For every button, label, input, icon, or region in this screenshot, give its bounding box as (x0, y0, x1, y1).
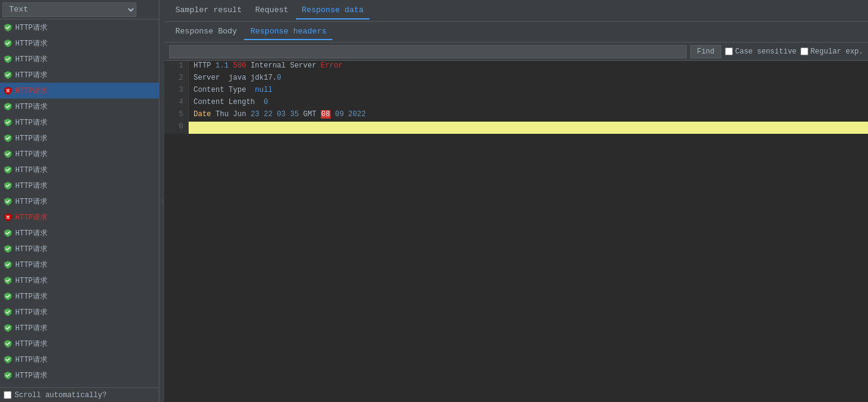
request-item-label: HTTP请求 (15, 86, 47, 96)
request-item-label: HTTP请求 (15, 260, 47, 270)
request-item[interactable]: HTTP请求 (0, 288, 159, 304)
shield-green-icon (4, 23, 12, 32)
sub-tab-response-body[interactable]: Response Body (169, 24, 243, 40)
code-token: Server java jdk17. (194, 74, 277, 82)
request-item-label: HTTP请求 (15, 102, 47, 112)
request-item[interactable]: HTTP请求 (0, 241, 159, 257)
code-token: GMT (299, 110, 321, 119)
request-item[interactable]: HTTP请求 (0, 162, 159, 178)
search-input[interactable] (169, 45, 687, 58)
top-tab-response-data[interactable]: Response data (296, 2, 369, 19)
shield-green-icon (4, 308, 12, 316)
format-dropdown[interactable]: Text HTML JSON XML Binary (2, 2, 136, 17)
line-number: 3 (164, 85, 189, 97)
sub-tabs: Response BodyResponse headers (164, 22, 868, 43)
right-panel: Sampler resultRequestResponse data Respo… (164, 0, 868, 402)
shield-green-icon (4, 102, 12, 111)
shield-green-icon (4, 339, 12, 348)
request-item-label: HTTP请求 (15, 244, 47, 254)
code-row: 5Date Thu Jun 23 22 03 35 GMT 08 09 2022 (164, 109, 868, 122)
line-number: 1 (164, 61, 189, 73)
shield-green-icon (4, 71, 12, 79)
code-token: 500 (233, 61, 247, 70)
request-item-label: HTTP请求 (15, 355, 47, 365)
shield-green-icon (4, 134, 12, 142)
request-item[interactable]: HTTP请求 (0, 19, 159, 35)
request-item-label: HTTP请求 (15, 133, 47, 144)
line-content: Content Length 0 (189, 97, 868, 109)
shield-green-icon (4, 276, 12, 285)
request-item-label: HTTP请求 (15, 323, 47, 333)
request-item[interactable]: HTTP请求 (0, 35, 159, 51)
request-item[interactable]: HTTP请求 (0, 114, 159, 130)
top-tabs: Sampler resultRequestResponse data (164, 0, 868, 22)
code-token: 23 22 03 35 (251, 110, 299, 119)
code-token: Date (194, 110, 211, 119)
shield-red-icon (4, 86, 12, 95)
request-item[interactable]: HTTP请求 (0, 352, 159, 367)
request-item[interactable]: HTTP请求 (0, 209, 159, 225)
line-number: 6 (164, 122, 189, 134)
code-token (229, 61, 233, 70)
left-panel: Text HTML JSON XML Binary HTTP请求 HTTP请求 … (0, 0, 159, 402)
request-item[interactable]: HTTP请求 (0, 83, 159, 99)
case-sensitive-text: Case sensitive (735, 47, 797, 56)
request-item[interactable]: HTTP请求 (0, 146, 159, 162)
regular-exp-checkbox[interactable] (800, 47, 808, 55)
code-token: Thu Jun (211, 110, 251, 119)
request-item-label: HTTP请求 (15, 339, 47, 349)
top-tab-request[interactable]: Request (249, 2, 295, 19)
line-content (189, 122, 868, 134)
sub-tab-response-headers[interactable]: Response headers (244, 24, 332, 40)
request-item[interactable]: HTTP请求 (0, 336, 159, 352)
request-item[interactable]: HTTP请求 (0, 225, 159, 241)
shield-green-icon (4, 197, 12, 206)
request-item[interactable]: HTTP请求 (0, 99, 159, 114)
request-item[interactable]: HTTP请求 (0, 130, 159, 146)
request-item-label: HTTP请求 (15, 70, 47, 80)
regular-exp-label[interactable]: Regular exp. (800, 47, 863, 56)
code-token: 1.1 (215, 61, 229, 70)
request-item-label: HTTP请求 (15, 165, 47, 175)
code-row: 6 (164, 122, 868, 134)
code-token: 09 2022 (335, 110, 365, 119)
code-row: 1HTTP 1.1 500 Internal Server Error (164, 61, 868, 73)
request-item-label: HTTP请求 (15, 23, 47, 33)
code-token: 0 (277, 74, 281, 82)
line-content: Date Thu Jun 23 22 03 35 GMT 08 09 2022 (189, 109, 868, 122)
request-item[interactable]: HTTP请求 (0, 367, 159, 383)
request-item[interactable]: HTTP请求 (0, 320, 159, 336)
code-token: 08 (321, 110, 331, 119)
request-item[interactable]: HTTP请求 (0, 67, 159, 83)
request-item-label: HTTP请求 (15, 228, 47, 238)
request-item-label: HTTP请求 (15, 196, 47, 207)
split-handle[interactable]: ⋮ (159, 0, 164, 402)
scroll-auto-checkbox[interactable] (4, 391, 12, 399)
shield-green-icon (4, 150, 12, 158)
request-item-label: HTTP请求 (15, 307, 47, 317)
shield-green-icon (4, 260, 12, 269)
request-item[interactable]: HTTP请求 (0, 272, 159, 288)
code-token: Error (321, 61, 343, 70)
request-item[interactable]: HTTP请求 (0, 51, 159, 67)
line-content: Server java jdk17.0 (189, 73, 868, 85)
request-item[interactable]: HTTP请求 (0, 193, 159, 209)
request-item-label: HTTP请求 (15, 181, 47, 191)
request-item-label: HTTP请求 (15, 38, 47, 49)
request-item-label: HTTP请求 (15, 149, 47, 159)
find-button[interactable]: Find (690, 45, 721, 58)
request-item[interactable]: HTTP请求 (0, 178, 159, 193)
line-content: Content Type null (189, 85, 868, 97)
shield-green-icon (4, 118, 12, 126)
shield-green-icon (4, 55, 12, 63)
request-item[interactable]: HTTP请求 (0, 257, 159, 272)
case-sensitive-label[interactable]: Case sensitive (725, 47, 797, 56)
shield-green-icon (4, 371, 12, 379)
top-tab-sampler-result[interactable]: Sampler result (169, 2, 248, 19)
request-item[interactable]: HTTP请求 (0, 304, 159, 320)
scroll-auto-bar[interactable]: Scroll automatically? (0, 387, 159, 402)
dropdown-bar: Text HTML JSON XML Binary (0, 0, 159, 19)
case-sensitive-checkbox[interactable] (725, 47, 733, 55)
shield-red-icon (4, 213, 12, 221)
line-number: 4 (164, 97, 189, 109)
